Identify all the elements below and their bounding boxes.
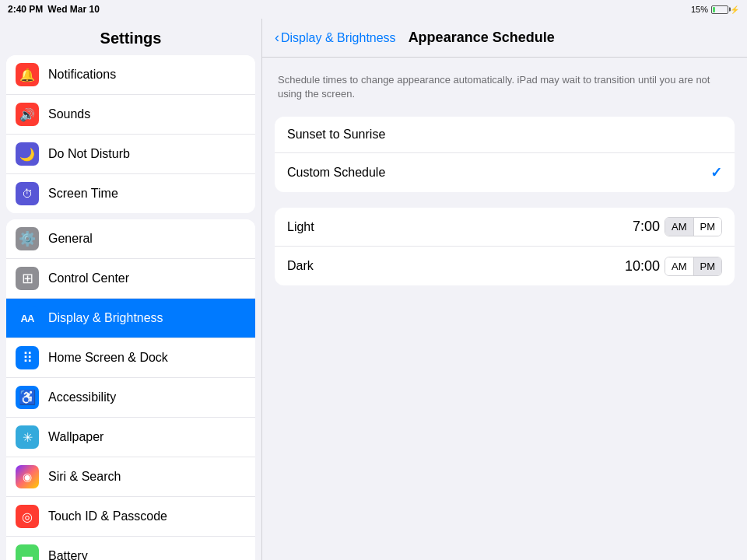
light-time: 7:00 xyxy=(633,219,660,235)
sidebar-title: Settings xyxy=(0,19,261,55)
sidebar-label-touchid: Touch ID & Passcode xyxy=(48,509,167,523)
siri-icon: ◉ xyxy=(16,465,39,488)
sidebar-item-notifications[interactable]: 🔔 Notifications xyxy=(6,55,255,95)
light-pm-button[interactable]: PM xyxy=(694,218,722,236)
sidebar-label-homescreen: Home Screen & Dock xyxy=(48,351,168,365)
sidebar-label-siri: Siri & Search xyxy=(48,470,121,484)
display-icon: AA xyxy=(16,306,39,330)
status-day: Wed Mar 10 xyxy=(47,4,99,15)
light-time-group: 7:00 AM PM xyxy=(633,217,722,236)
dark-ampm-group: AM PM xyxy=(665,257,722,276)
schedule-row-light: Light 7:00 AM PM xyxy=(275,208,735,247)
detail-header: ‹ Display & Brightness Appearance Schedu… xyxy=(262,19,747,58)
detail-title: Appearance Schedule xyxy=(409,30,555,46)
sidebar-item-homescreen[interactable]: ⠿ Home Screen & Dock xyxy=(6,338,255,378)
battery-icon xyxy=(711,5,728,14)
option-custom-schedule[interactable]: Custom Schedule ✓ xyxy=(275,153,735,192)
sidebar-item-wallpaper[interactable]: ✳ Wallpaper xyxy=(6,418,255,457)
custom-schedule-checkmark: ✓ xyxy=(710,164,722,181)
homescreen-icon: ⠿ xyxy=(16,346,39,369)
option-sunset-to-sunrise[interactable]: Sunset to Sunrise xyxy=(275,117,735,153)
option-label-sunset: Sunset to Sunrise xyxy=(287,128,722,142)
back-label: Display & Brightness xyxy=(281,31,396,45)
sidebar-label-display: Display & Brightness xyxy=(48,311,163,325)
dark-time-group: 10:00 AM PM xyxy=(625,257,722,276)
sidebar-item-display[interactable]: AA Display & Brightness xyxy=(6,299,255,338)
sidebar-section-2: ⚙️ General ⊞ Control Center AA Display &… xyxy=(6,219,255,560)
dark-time: 10:00 xyxy=(625,258,660,275)
battery-sidebar-icon: ▬ xyxy=(16,544,39,560)
schedule-label-dark: Dark xyxy=(287,259,625,273)
charging-icon: ⚡ xyxy=(730,5,739,14)
sidebar-item-screentime[interactable]: ⏱ Screen Time xyxy=(6,174,255,213)
option-label-custom: Custom Schedule xyxy=(287,166,710,180)
sidebar-item-touchid[interactable]: ◎ Touch ID & Passcode xyxy=(6,497,255,537)
sidebar-label-screentime: Screen Time xyxy=(48,187,118,201)
controlcenter-icon: ⊞ xyxy=(16,267,39,290)
back-chevron-icon: ‹ xyxy=(275,30,279,46)
appearance-options-card: Sunset to Sunrise Custom Schedule ✓ xyxy=(275,117,735,192)
sidebar-item-sounds[interactable]: 🔊 Sounds xyxy=(6,95,255,135)
sidebar-label-donotdisturb: Do Not Disturb xyxy=(48,147,130,161)
status-bar: 2:40 PM Wed Mar 10 15% ⚡ xyxy=(0,0,747,19)
sidebar-item-siri[interactable]: ◉ Siri & Search xyxy=(6,457,255,497)
schedule-card: Light 7:00 AM PM Dark 10:00 xyxy=(275,208,735,285)
sidebar-label-notifications: Notifications xyxy=(48,68,116,82)
sidebar-label-wallpaper: Wallpaper xyxy=(48,430,103,444)
light-am-button[interactable]: AM xyxy=(665,218,693,236)
sidebar-item-battery[interactable]: ▬ Battery xyxy=(6,537,255,560)
general-icon: ⚙️ xyxy=(16,227,39,250)
detail-content: Schedule times to change appearance auto… xyxy=(262,58,747,560)
sidebar-item-general[interactable]: ⚙️ General xyxy=(6,219,255,259)
sidebar-label-general: General xyxy=(48,232,93,246)
sidebar: Settings 🔔 Notifications 🔊 Sounds 🌙 Do N… xyxy=(0,19,262,560)
battery-percentage: 15% xyxy=(691,5,708,14)
battery-fill xyxy=(713,7,715,12)
detail-description: Schedule times to change appearance auto… xyxy=(275,73,735,101)
wallpaper-icon: ✳ xyxy=(16,425,39,449)
sidebar-item-controlcenter[interactable]: ⊞ Control Center xyxy=(6,259,255,299)
battery-indicator: ⚡ xyxy=(711,5,739,14)
schedule-row-dark: Dark 10:00 AM PM xyxy=(275,247,735,285)
status-left: 2:40 PM Wed Mar 10 xyxy=(8,4,100,15)
sidebar-section-1: 🔔 Notifications 🔊 Sounds 🌙 Do Not Distur… xyxy=(6,55,255,213)
status-time: 2:40 PM xyxy=(8,4,43,15)
app-container: Settings 🔔 Notifications 🔊 Sounds 🌙 Do N… xyxy=(0,19,747,560)
detail-panel: ‹ Display & Brightness Appearance Schedu… xyxy=(262,19,747,560)
dark-am-button[interactable]: AM xyxy=(665,257,693,275)
sidebar-item-accessibility[interactable]: ♿ Accessibility xyxy=(6,378,255,418)
dark-pm-button[interactable]: PM xyxy=(694,257,722,275)
touchid-icon: ◎ xyxy=(16,505,39,528)
sidebar-label-controlcenter: Control Center xyxy=(48,271,129,285)
status-right: 15% ⚡ xyxy=(691,5,739,14)
sidebar-label-battery: Battery xyxy=(48,549,88,560)
screentime-icon: ⏱ xyxy=(16,182,39,205)
light-ampm-group: AM PM xyxy=(665,217,722,236)
schedule-label-light: Light xyxy=(287,220,633,234)
sounds-icon: 🔊 xyxy=(16,103,39,126)
accessibility-icon: ♿ xyxy=(16,386,39,409)
sidebar-label-accessibility: Accessibility xyxy=(48,390,116,404)
notifications-icon: 🔔 xyxy=(16,63,39,86)
sidebar-label-sounds: Sounds xyxy=(48,107,90,121)
donotdisturb-icon: 🌙 xyxy=(16,142,39,166)
sidebar-item-donotdisturb[interactable]: 🌙 Do Not Disturb xyxy=(6,135,255,174)
back-link[interactable]: ‹ Display & Brightness xyxy=(275,30,396,46)
